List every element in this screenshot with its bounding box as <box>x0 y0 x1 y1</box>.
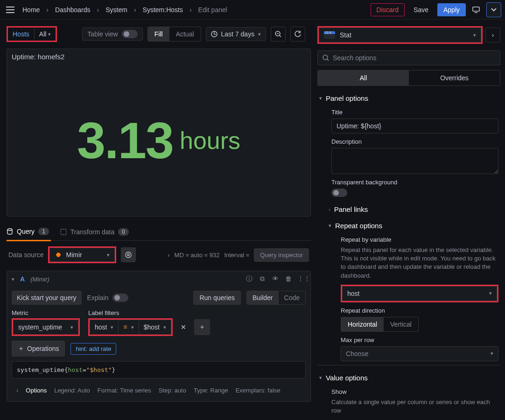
max-per-row-label: Max per row <box>341 336 498 343</box>
code-mode[interactable]: Code <box>279 291 305 304</box>
title-input[interactable] <box>331 119 498 133</box>
datasource-settings-button[interactable] <box>121 247 136 262</box>
eye-icon[interactable]: 👁 <box>271 275 280 283</box>
datasource-label: Data source <box>8 251 43 259</box>
search-options-input[interactable]: Search options <box>317 50 500 65</box>
stat-unit: hours <box>180 126 240 154</box>
table-view-switch[interactable] <box>122 30 138 38</box>
chevron-down-icon: ▾ <box>111 324 113 330</box>
transform-icon <box>60 229 67 235</box>
trash-icon[interactable]: 🗑 <box>284 275 293 283</box>
datasource-picker[interactable]: Mimir ▾ <box>49 248 115 262</box>
run-queries-button[interactable]: Run queries <box>193 291 241 305</box>
hint-add-rate[interactable]: hint: add rate <box>70 343 116 355</box>
direction-vertical[interactable]: Vertical <box>384 317 418 331</box>
svg-rect-10 <box>61 229 66 235</box>
collapse-query-icon[interactable]: ▾ <box>12 276 14 282</box>
direction-label: Repeat direction <box>341 307 498 314</box>
metric-label: Metric <box>12 309 80 316</box>
crumb-system-hosts[interactable]: System:Hosts <box>140 4 186 15</box>
description-input[interactable] <box>331 148 498 174</box>
chevron-right-icon: › <box>189 6 192 14</box>
apply-button[interactable]: Apply <box>437 3 466 16</box>
chevron-right-icon: › <box>97 6 99 14</box>
section-repeat-options[interactable]: ▾ Repeat options <box>329 220 498 231</box>
legend-info: Legend: Auto <box>54 387 90 394</box>
tab-query[interactable]: Query 1 <box>7 223 51 241</box>
panel-links-title: Panel links <box>334 205 368 213</box>
actual-option[interactable]: Actual <box>169 27 201 41</box>
svg-line-14 <box>327 59 329 61</box>
remove-filter-button[interactable]: ✕ <box>175 319 191 335</box>
repeat-variable-select[interactable]: host ▾ <box>342 286 497 301</box>
time-range-picker[interactable]: Last 7 days ▾ <box>206 27 267 41</box>
chevron-right-icon: › <box>46 6 49 14</box>
collapse-sidebar-button[interactable]: › <box>485 28 500 42</box>
table-view-toggle[interactable]: Table view <box>82 28 142 41</box>
repeat-options-title: Repeat options <box>335 222 382 230</box>
tab-all[interactable]: All <box>318 70 409 85</box>
add-filter-button[interactable]: ＋ <box>194 319 210 335</box>
filter-value-select[interactable]: $host ▾ <box>139 320 171 335</box>
filter-op-select[interactable]: = ▾ <box>118 320 138 335</box>
query-inspector-button[interactable]: Query inspector <box>254 248 309 262</box>
chevron-down-icon: ▾ <box>329 223 331 229</box>
filter-key-select[interactable]: host ▾ <box>90 320 118 335</box>
step-info: Step: auto <box>159 387 186 394</box>
hosts-var-picker[interactable]: All ▾ <box>34 28 56 41</box>
fit-toggle[interactable]: Fill Actual <box>147 27 201 42</box>
transparent-switch[interactable] <box>331 189 347 197</box>
chevron-down-icon: ▾ <box>163 324 166 330</box>
metric-value: system_uptime <box>18 323 62 331</box>
max-per-row-value: Choose <box>346 350 368 357</box>
drag-handle-icon[interactable]: ⋮⋮ <box>297 275 306 283</box>
crumb-home[interactable]: Home <box>20 4 42 15</box>
type-info: Type: Range <box>194 387 228 394</box>
chevron-down-icon: ▾ <box>491 350 493 357</box>
direction-horizontal[interactable]: Horizontal <box>341 317 384 331</box>
monitor-icon[interactable] <box>469 2 484 17</box>
section-panel-links[interactable]: › Panel links <box>329 203 498 215</box>
hosts-var-label[interactable]: Hosts <box>8 28 34 41</box>
refresh-button[interactable] <box>290 27 305 42</box>
stat-viz-icon <box>324 31 335 39</box>
repeat-by-label: Repeat by variable <box>341 236 498 243</box>
tab-query-label: Query <box>17 228 35 235</box>
svg-line-7 <box>280 35 281 37</box>
interval-info: Interval = <box>224 252 249 259</box>
crumb-dashboards[interactable]: Dashboards <box>52 4 93 15</box>
query-count-badge: 1 <box>38 228 49 235</box>
section-value-options[interactable]: ▾ Value options <box>319 372 498 384</box>
expand-options-icon[interactable]: › <box>16 387 18 394</box>
chevron-down-icon: ▾ <box>48 31 51 37</box>
tab-transform[interactable]: Transform data 0 <box>60 224 131 240</box>
discard-button[interactable]: Discard <box>371 3 405 16</box>
kick-start-button[interactable]: Kick start your query <box>12 291 82 305</box>
expand-icon[interactable]: › <box>168 252 169 259</box>
database-icon <box>7 228 13 235</box>
builder-mode[interactable]: Builder <box>247 291 279 304</box>
crumb-system[interactable]: System <box>103 4 130 15</box>
tab-overrides[interactable]: Overrides <box>409 70 500 85</box>
stat-value: 3.13 <box>77 111 173 170</box>
help-icon[interactable]: ⓘ <box>245 275 253 283</box>
fill-option[interactable]: Fill <box>148 27 169 41</box>
chevron-down-button[interactable] <box>486 2 501 17</box>
explain-switch[interactable] <box>112 294 128 302</box>
repeat-help-text: Repeat this panel for each value in the … <box>341 246 498 280</box>
exemplars-info: Exemplars: false <box>236 387 281 394</box>
visualization-picker[interactable]: Stat ▾ <box>319 28 481 42</box>
options-label[interactable]: Options <box>26 387 47 394</box>
value-options-title: Value options <box>326 374 368 382</box>
operations-button[interactable]: ＋ Operations <box>12 341 65 357</box>
transform-count-badge: 0 <box>118 228 129 236</box>
metric-select[interactable]: system_uptime ▾ <box>13 320 78 335</box>
zoom-out-button[interactable] <box>271 27 286 42</box>
section-panel-options[interactable]: ▾ Panel options <box>319 92 498 104</box>
menu-icon[interactable] <box>4 3 17 16</box>
save-button[interactable]: Save <box>407 3 435 16</box>
copy-icon[interactable]: ⧉ <box>258 275 267 283</box>
max-per-row-select[interactable]: Choose ▾ <box>341 346 498 361</box>
transparent-label: Transparent background <box>331 179 498 186</box>
svg-rect-3 <box>473 7 479 11</box>
